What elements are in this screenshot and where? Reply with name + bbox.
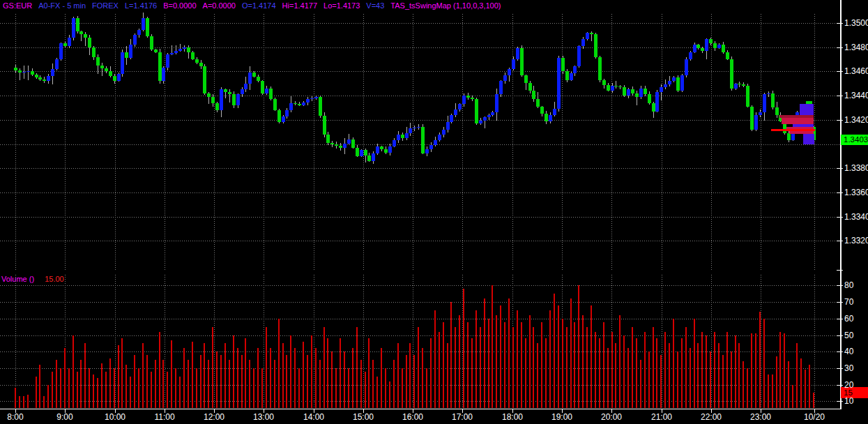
- volume-indicator-label: Volume () 15.00: [1, 275, 64, 283]
- title-segment: O=1.4174: [242, 1, 276, 10]
- volume-indicator-value: 15.00: [45, 275, 64, 283]
- candle-body: [495, 94, 498, 112]
- candle-body: [450, 115, 453, 122]
- volume-bar: [315, 348, 317, 408]
- last-price-badge: 1.3403: [841, 135, 868, 145]
- volume-bar: [278, 319, 280, 408]
- price-gridline: [0, 23, 839, 24]
- volume-bar: [257, 348, 259, 408]
- candle-body: [84, 34, 87, 38]
- price-gridline: [0, 217, 839, 218]
- time-axis-label: 15:00: [353, 412, 374, 422]
- volume-bar: [701, 332, 703, 408]
- volume-bar: [327, 338, 328, 408]
- candle-body: [174, 51, 178, 53]
- volume-bar: [36, 377, 37, 408]
- candle-body: [549, 115, 552, 121]
- time-axis-label: 13:00: [253, 412, 274, 422]
- candle-body: [561, 58, 565, 71]
- candle-body: [696, 45, 700, 48]
- price-gridline: [0, 192, 839, 193]
- candle-body: [289, 103, 293, 110]
- candle-body: [298, 104, 301, 105]
- volume-bar: [52, 372, 53, 408]
- price-gridline: [0, 96, 839, 96]
- volume-bar: [554, 294, 555, 408]
- volume-bar: [743, 361, 744, 408]
- volume-bar: [697, 343, 699, 408]
- price-axis-label: 1.3440: [844, 91, 868, 100]
- price-gridline: [0, 71, 839, 72]
- volume-bar: [155, 360, 156, 408]
- candle-body: [162, 68, 165, 81]
- time-gridline: [264, 14, 264, 271]
- volume-axis-label: 80: [844, 281, 853, 289]
- price-axis[interactable]: 1.3403 15 1.35001.34801.34601.34401.3420…: [837, 0, 868, 409]
- volume-bar: [772, 374, 773, 408]
- volume-bar: [809, 365, 810, 408]
- volume-axis-label: 30: [844, 364, 853, 372]
- candle-body: [228, 92, 231, 94]
- volume-pane[interactable]: Volume () 15.00: [0, 273, 839, 409]
- volume-bar: [792, 385, 793, 408]
- time-axis-label: 10/20: [804, 412, 825, 422]
- candle-body: [356, 148, 359, 156]
- candle-body: [577, 46, 581, 66]
- candle-body: [680, 75, 684, 91]
- candle-body: [471, 98, 474, 99]
- volume-axis-tick: [837, 285, 843, 286]
- time-axis-label: 11:00: [154, 412, 174, 422]
- title-segment: TAS_tsSwingMap (1,10,0,3,100): [390, 1, 501, 10]
- volume-bar: [360, 360, 362, 408]
- time-gridline: [611, 14, 612, 271]
- candle-body: [734, 84, 738, 89]
- candle-body: [150, 36, 153, 50]
- volume-bar: [43, 396, 45, 408]
- time-axis-label: 9:00: [56, 412, 73, 422]
- candle-body: [738, 84, 741, 84]
- volume-bar: [356, 327, 358, 408]
- price-axis-tick: [837, 47, 843, 48]
- volume-bar: [525, 338, 526, 408]
- volume-bar: [508, 298, 510, 408]
- volume-bar: [105, 372, 107, 408]
- volume-bar: [755, 333, 756, 408]
- volume-bar: [710, 351, 711, 408]
- candle-body: [607, 85, 610, 91]
- volume-bar: [118, 345, 119, 408]
- price-axis-label: 1.3460: [844, 67, 868, 75]
- volume-bar: [591, 305, 592, 408]
- price-axis-label: 1.3360: [844, 188, 868, 197]
- title-segment: A0-FX - 5 min: [38, 1, 86, 10]
- time-axis-label: 20:00: [601, 412, 622, 422]
- volume-bar: [249, 360, 250, 408]
- volume-bar: [413, 355, 415, 408]
- candle-body: [203, 66, 206, 93]
- price-pane[interactable]: [0, 13, 839, 272]
- candle-body: [257, 77, 260, 81]
- time-gridline: [814, 14, 815, 271]
- volume-axis-tick: [837, 351, 843, 352]
- volume-bar: [796, 343, 798, 408]
- volume-bar: [788, 361, 789, 408]
- volume-bar: [151, 372, 152, 408]
- volume-bar: [365, 372, 366, 408]
- candle-body: [763, 94, 766, 112]
- time-axis-label: 16:00: [402, 412, 423, 422]
- volume-bar: [430, 338, 432, 408]
- candle-body: [314, 97, 318, 98]
- candle-body: [503, 75, 507, 81]
- price-axis-label: 1.3500: [844, 19, 868, 27]
- candle-body: [265, 89, 268, 93]
- volume-bar: [159, 332, 160, 408]
- candle-body: [384, 149, 388, 153]
- volume-bar: [368, 338, 370, 408]
- volume-axis-label: 70: [844, 298, 853, 306]
- volume-axis-tick: [837, 368, 843, 369]
- candle-body: [438, 135, 441, 140]
- candle-body: [713, 43, 717, 48]
- volume-axis-tick: [837, 385, 843, 386]
- time-axis[interactable]: 8:009:0010:0011:0012:0013:0014:0015:0016…: [0, 409, 868, 424]
- volume-bar: [434, 310, 436, 408]
- time-gridline: [214, 275, 215, 408]
